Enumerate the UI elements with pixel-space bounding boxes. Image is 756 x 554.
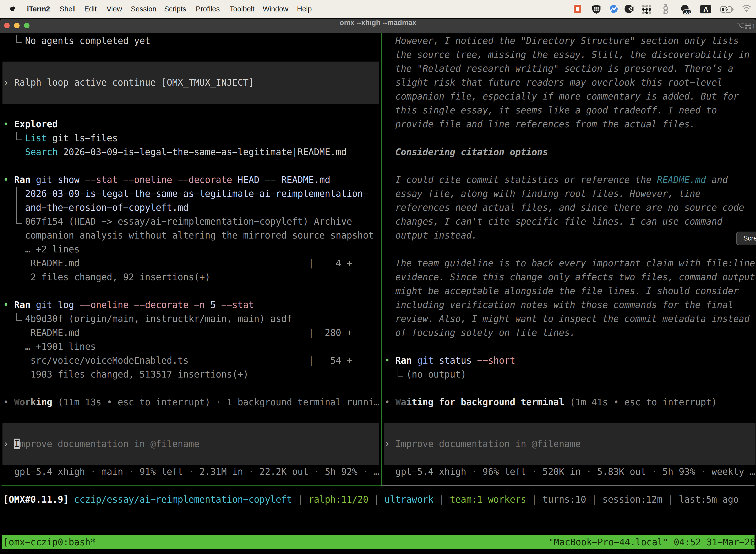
svg-text:..61: ..61 — [684, 10, 691, 15]
svg-text:1: 1 — [752, 22, 754, 29]
svg-text:A: A — [703, 6, 708, 13]
